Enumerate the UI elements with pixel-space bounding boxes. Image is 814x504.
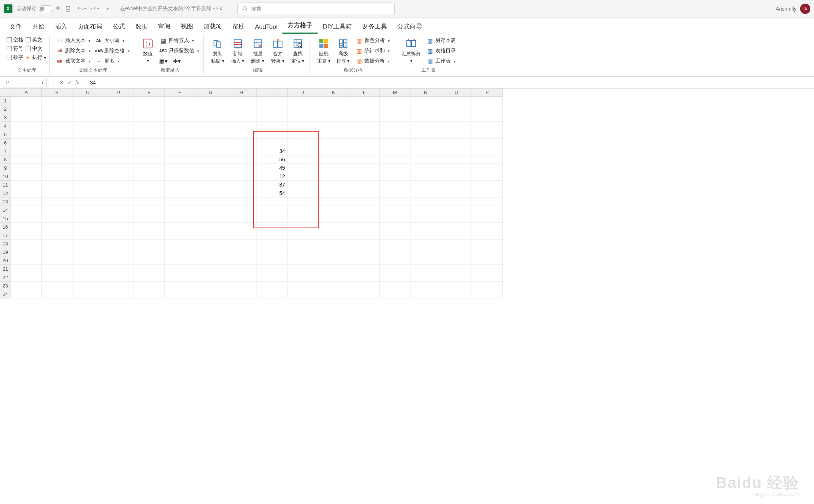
cell[interactable] <box>165 113 195 122</box>
cell[interactable] <box>441 97 472 105</box>
cell[interactable] <box>288 273 318 282</box>
keep-number-button[interactable]: ABC只保留数值▾ <box>158 47 200 55</box>
cell[interactable] <box>165 139 195 147</box>
cell[interactable] <box>380 282 410 290</box>
cell[interactable] <box>11 265 42 273</box>
cell[interactable] <box>349 122 380 130</box>
cell[interactable] <box>134 231 165 240</box>
cell[interactable] <box>226 181 257 189</box>
tab-5[interactable]: 数据 <box>130 19 153 34</box>
cell[interactable] <box>288 130 318 139</box>
formula-value[interactable]: 34 <box>83 80 96 86</box>
cell[interactable] <box>288 189 318 198</box>
cell[interactable] <box>410 172 441 181</box>
cell[interactable] <box>318 164 349 172</box>
cell[interactable] <box>42 256 72 265</box>
cell[interactable]: 34 <box>257 147 288 155</box>
cell[interactable] <box>42 214 72 223</box>
cell[interactable] <box>134 206 165 214</box>
cell[interactable] <box>288 113 318 122</box>
row-header[interactable]: 11 <box>0 181 11 189</box>
cell[interactable] <box>134 113 165 122</box>
cell[interactable] <box>349 282 380 290</box>
cell[interactable] <box>11 198 42 206</box>
cell[interactable] <box>72 256 103 265</box>
cell[interactable] <box>472 206 503 214</box>
cell[interactable] <box>195 273 226 282</box>
cell[interactable] <box>257 105 288 113</box>
cell[interactable] <box>165 172 195 181</box>
cell[interactable] <box>42 273 72 282</box>
ribbon-button[interactable]: ▥统计求和▾ <box>354 47 391 55</box>
cell[interactable] <box>410 282 441 290</box>
cell[interactable] <box>288 290 318 298</box>
cell[interactable]: 87 <box>257 181 288 189</box>
cell[interactable] <box>472 273 503 282</box>
column-header[interactable]: E <box>134 89 165 97</box>
cell[interactable] <box>441 256 472 265</box>
cell[interactable] <box>165 206 195 214</box>
cell[interactable] <box>441 223 472 231</box>
cell[interactable] <box>195 181 226 189</box>
tab-10[interactable]: AudTool <box>250 20 282 34</box>
cell[interactable] <box>349 105 380 113</box>
cell[interactable] <box>11 256 42 265</box>
select-all-corner[interactable] <box>0 89 11 97</box>
cell[interactable] <box>72 282 103 290</box>
cell[interactable] <box>441 273 472 282</box>
cell[interactable] <box>42 113 72 122</box>
cell[interactable] <box>472 282 503 290</box>
checkbox[interactable]: ✦执行▾ <box>26 54 46 61</box>
cell[interactable] <box>472 256 503 265</box>
cell[interactable] <box>349 97 380 105</box>
cell[interactable] <box>472 105 503 113</box>
cell[interactable] <box>318 105 349 113</box>
cell[interactable] <box>472 240 503 248</box>
cell[interactable] <box>195 97 226 105</box>
cell[interactable] <box>349 198 380 206</box>
cell[interactable] <box>72 265 103 273</box>
undo-icon[interactable]: ▾ <box>76 4 86 14</box>
cell[interactable] <box>42 105 72 113</box>
cell[interactable] <box>257 97 288 105</box>
cell[interactable] <box>472 214 503 223</box>
cell[interactable] <box>165 256 195 265</box>
cell[interactable] <box>134 223 165 231</box>
ribbon-button[interactable]: ▥颜色分析▾ <box>354 37 391 45</box>
fx-icon[interactable]: fx <box>75 80 79 86</box>
cell[interactable] <box>380 214 410 223</box>
cell[interactable] <box>349 273 380 282</box>
cell[interactable] <box>195 248 226 256</box>
column-header[interactable]: L <box>349 89 380 97</box>
row-header[interactable]: 2 <box>0 105 11 113</box>
cell[interactable] <box>318 282 349 290</box>
cell[interactable] <box>288 155 318 164</box>
cell[interactable] <box>472 290 503 298</box>
row-header[interactable]: 20 <box>0 256 11 265</box>
cell[interactable] <box>380 189 410 198</box>
cell[interactable] <box>195 256 226 265</box>
cell[interactable] <box>103 105 134 113</box>
cell[interactable] <box>380 240 410 248</box>
cell[interactable] <box>42 181 72 189</box>
cell[interactable] <box>226 256 257 265</box>
cell[interactable] <box>410 265 441 273</box>
cell[interactable] <box>441 214 472 223</box>
cell[interactable] <box>380 198 410 206</box>
cell[interactable] <box>11 273 42 282</box>
cell[interactable] <box>349 248 380 256</box>
row-header[interactable]: 9 <box>0 164 11 172</box>
cell[interactable] <box>410 122 441 130</box>
cell[interactable] <box>165 223 195 231</box>
tab-7[interactable]: 视图 <box>176 19 198 34</box>
cell[interactable] <box>226 147 257 155</box>
row-header[interactable]: 22 <box>0 273 11 282</box>
cell[interactable] <box>349 130 380 139</box>
cell[interactable] <box>441 147 472 155</box>
cell[interactable] <box>288 265 318 273</box>
cell[interactable] <box>103 256 134 265</box>
cell[interactable] <box>288 231 318 240</box>
round-button[interactable]: ▦四舍五入▾ <box>158 37 200 45</box>
cell[interactable] <box>318 122 349 130</box>
autosave-toggle[interactable]: 自动保存 关 <box>16 5 60 12</box>
